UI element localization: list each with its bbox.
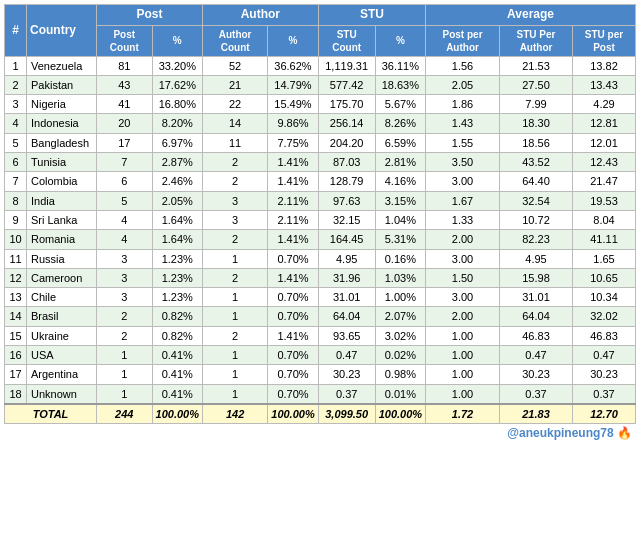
cell-author-count: 2: [203, 268, 268, 287]
cell-num: 13: [5, 288, 27, 307]
cell-country: India: [27, 191, 97, 210]
cell-post-pct: 0.82%: [152, 326, 202, 345]
cell-author-count: 3: [203, 210, 268, 229]
cell-stu-pct: 5.67%: [375, 95, 425, 114]
cell-post-pct: 1.23%: [152, 288, 202, 307]
cell-stu-count: 175.70: [318, 95, 375, 114]
table-row: 8India52.05%32.11%97.633.15%1.6732.5419.…: [5, 191, 636, 210]
cell-num: 18: [5, 384, 27, 404]
cell-post-count: 20: [97, 114, 153, 133]
cell-stu-per-post: 41.11: [573, 230, 636, 249]
sub-post-pct: %: [152, 25, 202, 56]
cell-post-pct: 0.41%: [152, 384, 202, 404]
table-row: 4Indonesia208.20%149.86%256.148.26%1.431…: [5, 114, 636, 133]
cell-stu-per-post: 21.47: [573, 172, 636, 191]
cell-post-count: 1: [97, 384, 153, 404]
total-post-count: 244: [97, 404, 153, 424]
cell-post-count: 41: [97, 95, 153, 114]
cell-post-pct: 17.62%: [152, 75, 202, 94]
cell-num: 12: [5, 268, 27, 287]
header-top-row: # Country Post Author STU Average: [5, 5, 636, 26]
cell-author-pct: 1.41%: [268, 326, 318, 345]
cell-post-per-author: 1.00: [426, 384, 500, 404]
cell-author-count: 1: [203, 384, 268, 404]
watermark: @aneukpineung78 🔥: [4, 424, 636, 442]
total-stu-pct: 100.00%: [375, 404, 425, 424]
cell-post-per-author: 3.50: [426, 153, 500, 172]
cell-stu-count: 1,119.31: [318, 56, 375, 75]
cell-stu-pct: 1.00%: [375, 288, 425, 307]
cell-stu-pct: 4.16%: [375, 172, 425, 191]
cell-country: Chile: [27, 288, 97, 307]
cell-stu-per-post: 30.23: [573, 365, 636, 384]
cell-post-count: 3: [97, 268, 153, 287]
cell-author-pct: 15.49%: [268, 95, 318, 114]
cell-author-count: 1: [203, 346, 268, 365]
cell-stu-per-post: 13.82: [573, 56, 636, 75]
cell-stu-pct: 3.15%: [375, 191, 425, 210]
cell-post-pct: 6.97%: [152, 133, 202, 152]
cell-author-count: 2: [203, 153, 268, 172]
cell-post-per-author: 1.00: [426, 346, 500, 365]
total-post-pct: 100.00%: [152, 404, 202, 424]
cell-num: 2: [5, 75, 27, 94]
cell-country: Sri Lanka: [27, 210, 97, 229]
cell-post-per-author: 3.00: [426, 172, 500, 191]
cell-stu-per-post: 0.47: [573, 346, 636, 365]
cell-stu-pct: 0.98%: [375, 365, 425, 384]
total-author-count: 142: [203, 404, 268, 424]
cell-author-pct: 0.70%: [268, 288, 318, 307]
cell-post-per-author: 2.00: [426, 307, 500, 326]
cell-stu-per-author: 31.01: [500, 288, 573, 307]
cell-author-count: 2: [203, 230, 268, 249]
table-row: 12Cameroon31.23%21.41%31.961.03%1.5015.9…: [5, 268, 636, 287]
sub-stu-per-author: STU Per Author: [500, 25, 573, 56]
sub-author-count: Author Count: [203, 25, 268, 56]
col-header-country: Country: [27, 5, 97, 57]
cell-stu-count: 577.42: [318, 75, 375, 94]
cell-stu-per-post: 19.53: [573, 191, 636, 210]
table-row: 10Romania41.64%21.41%164.455.31%2.0082.2…: [5, 230, 636, 249]
cell-post-per-author: 1.56: [426, 56, 500, 75]
cell-country: Unknown: [27, 384, 97, 404]
cell-stu-count: 128.79: [318, 172, 375, 191]
cell-stu-per-author: 27.50: [500, 75, 573, 94]
sub-stu-pct: %: [375, 25, 425, 56]
cell-stu-per-author: 0.37: [500, 384, 573, 404]
cell-stu-per-post: 13.43: [573, 75, 636, 94]
table-row: 6Tunisia72.87%21.41%87.032.81%3.5043.521…: [5, 153, 636, 172]
cell-post-pct: 0.41%: [152, 365, 202, 384]
cell-stu-count: 204.20: [318, 133, 375, 152]
cell-post-pct: 1.64%: [152, 230, 202, 249]
cell-stu-per-author: 0.47: [500, 346, 573, 365]
cell-post-count: 1: [97, 346, 153, 365]
cell-num: 5: [5, 133, 27, 152]
cell-author-pct: 36.62%: [268, 56, 318, 75]
cell-stu-count: 87.03: [318, 153, 375, 172]
cell-author-count: 52: [203, 56, 268, 75]
data-table: # Country Post Author STU Average Post C…: [4, 4, 636, 424]
cell-post-per-author: 1.67: [426, 191, 500, 210]
cell-author-pct: 0.70%: [268, 307, 318, 326]
cell-num: 4: [5, 114, 27, 133]
cell-post-pct: 33.20%: [152, 56, 202, 75]
cell-post-count: 7: [97, 153, 153, 172]
cell-stu-per-author: 21.53: [500, 56, 573, 75]
cell-num: 8: [5, 191, 27, 210]
table-body: 1Venezuela8133.20%5236.62%1,119.3136.11%…: [5, 56, 636, 404]
cell-stu-count: 4.95: [318, 249, 375, 268]
cell-post-per-author: 3.00: [426, 288, 500, 307]
cell-post-pct: 1.23%: [152, 249, 202, 268]
cell-post-per-author: 1.86: [426, 95, 500, 114]
cell-stu-count: 93.65: [318, 326, 375, 345]
cell-stu-pct: 1.04%: [375, 210, 425, 229]
cell-post-count: 3: [97, 288, 153, 307]
cell-post-count: 43: [97, 75, 153, 94]
table-row: 17Argentina10.41%10.70%30.230.98%1.0030.…: [5, 365, 636, 384]
cell-stu-per-author: 82.23: [500, 230, 573, 249]
cell-post-per-author: 1.50: [426, 268, 500, 287]
cell-num: 1: [5, 56, 27, 75]
cell-author-count: 21: [203, 75, 268, 94]
cell-author-pct: 0.70%: [268, 384, 318, 404]
cell-post-per-author: 1.55: [426, 133, 500, 152]
